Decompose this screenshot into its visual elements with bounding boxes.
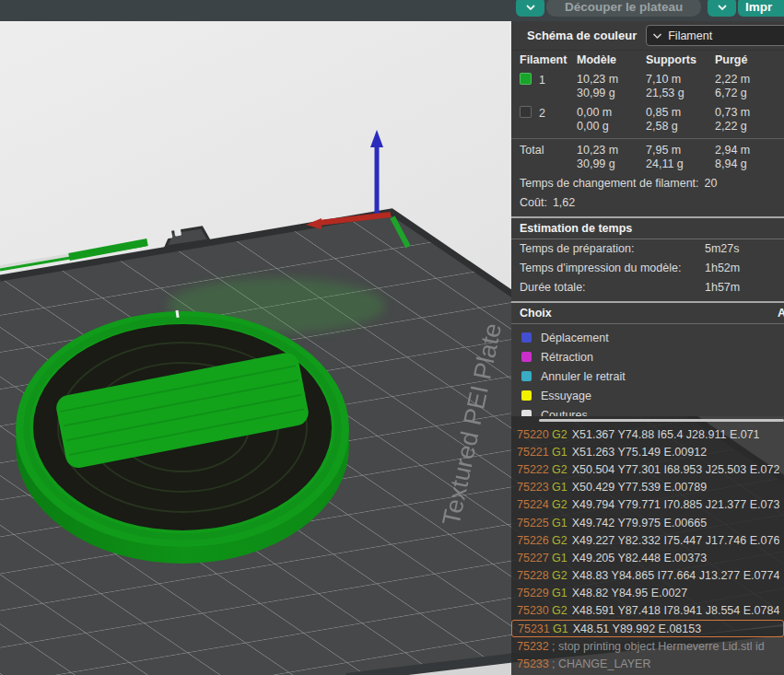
filament-total-row: Total 10,23 m30,99 g 7,95 m24,11 g 2,94 …	[511, 141, 784, 174]
gcode-line[interactable]: 75230G2X48.591 Y87.418 I78.941 J8.554 E.…	[511, 602, 784, 620]
col-header-model: Modèle	[577, 51, 646, 70]
model-print-time-value: 1h52m	[705, 261, 740, 276]
filament-color-swatch	[520, 106, 532, 118]
legend-label: Essuyage	[541, 390, 591, 402]
gcode-viewer: 75220G2X51.367 Y74.88 I65.4 J28.911 E.07…	[511, 416, 784, 675]
legend-label: Rétraction	[541, 351, 593, 364]
panel-title: Schéma de couleur	[527, 29, 637, 42]
gcode-line[interactable]: 75227G1X49.205 Y82.448 E.00373	[511, 549, 784, 566]
total-duration-label: Durée totale:	[520, 280, 586, 296]
filament-changes-row: Temps de changement de filament: 20	[511, 174, 784, 193]
col-header-purged: Purgé	[715, 51, 784, 70]
gcode-line[interactable]: 75223G1X50.429 Y77.539 E.00789	[511, 479, 784, 496]
gcode-line[interactable]: 75224G2X49.794 Y79.771 I70.885 J21.377 E…	[511, 496, 784, 514]
options-legend: Déplacement Rétraction Annuler le retrai…	[511, 324, 784, 416]
gcode-line[interactable]: 75229G1X48.82 Y84.95 E.0027	[511, 585, 784, 602]
cost-row: Coût: 1,62	[511, 193, 784, 213]
gcode-line[interactable]: 75221G1X51.263 Y75.149 E.00912	[511, 443, 784, 460]
table-cell: 0,00 m0,00 g	[577, 103, 646, 136]
legend-item-seams[interactable]: Coutures	[511, 405, 784, 416]
gcode-line[interactable]: 75233; CHANGE_LAYER	[511, 655, 784, 672]
filament-usage-table: Filament Modèle Supports Purgé 1 10,23 m…	[511, 51, 784, 136]
gcode-line[interactable]: 75220G2X51.367 Y74.88 I65.4 J28.911 E.07…	[511, 425, 784, 443]
model-print-time-row: Temps d'impression du modèle: 1h52m	[511, 259, 784, 278]
table-cell: 0,73 m2,22 g	[715, 103, 784, 136]
gcode-line-selected[interactable]: 75231G1X48.51 Y89.992 E.08153	[511, 620, 784, 637]
gcode-line[interactable]: 75226G2X49.227 Y82.332 I75.447 J17.746 E…	[511, 531, 784, 549]
chevron-down-icon	[717, 4, 728, 11]
slice-options-dropdown-button[interactable]	[516, 0, 544, 17]
table-cell: 2,94 m8,94 g	[715, 141, 784, 174]
legend-item-retraction[interactable]: Rétraction	[511, 347, 784, 367]
retraction-color-swatch	[521, 352, 532, 362]
gcode-line[interactable]: 75222G2X50.504 Y77.301 I68.953 J25.503 E…	[511, 460, 784, 478]
prep-time-row: Temps de préparation: 5m27s	[511, 239, 784, 259]
gcode-line[interactable]: 75232; stop printing object Hermeverre L…	[511, 637, 784, 655]
table-cell: 2,22 m6,72 g	[715, 70, 784, 103]
print-plate-button[interactable]: Impr	[738, 0, 784, 17]
filament-color-swatch	[520, 73, 532, 85]
gcode-line[interactable]: 75228G2X48.83 Y84.865 I77.664 J13.277 E.…	[511, 567, 784, 585]
filament-row-id: 2	[520, 103, 577, 136]
legend-label: Annuler le retrait	[541, 370, 626, 383]
table-cell: 10,23 m30,99 g	[577, 141, 646, 174]
total-label: Total	[520, 141, 577, 174]
model-print-time-label: Temps d'impression du modèle:	[520, 261, 681, 276]
gcode-line[interactable]: 75225G1X49.742 Y79.975 E.00665	[511, 514, 784, 531]
travel-color-swatch	[521, 332, 532, 343]
filament-changes-value: 20	[705, 176, 718, 192]
divider	[511, 138, 784, 139]
cost-value: 1,62	[553, 195, 575, 211]
seams-color-swatch	[521, 410, 532, 416]
table-cell: 0,85 m2,58 g	[646, 103, 715, 136]
print-options-dropdown-button[interactable]	[708, 0, 736, 17]
gcode-scrollbar[interactable]	[539, 419, 784, 422]
options-right-header-partial: A	[778, 307, 784, 320]
col-header-supports: Supports	[646, 51, 715, 70]
filament-row-id: 1	[520, 70, 577, 103]
legend-label: Coutures	[541, 409, 588, 417]
table-cell: 10,23 m30,99 g	[577, 70, 646, 103]
prep-time-value: 5m27s	[705, 241, 740, 257]
wipe-color-swatch	[521, 390, 532, 401]
legend-label: Déplacement	[541, 332, 609, 344]
slice-plate-button[interactable]: Découper le plateau	[546, 0, 701, 17]
col-header-filament: Filament	[520, 51, 577, 70]
time-estimate-header: Estimation de temps	[511, 216, 784, 239]
slicer-window: Textured PEI Plate	[0, 0, 784, 675]
view-type-value: Filament	[668, 29, 712, 42]
legend-item-travel[interactable]: Déplacement	[511, 328, 784, 347]
total-duration-row: Durée totale: 1h57m	[511, 278, 784, 297]
top-toolbar: Découper le plateau Impr	[0, 0, 784, 21]
legend-item-wipe[interactable]: Essuyage	[511, 386, 784, 405]
prep-time-label: Temps de préparation:	[520, 241, 634, 257]
unretraction-color-swatch	[521, 371, 532, 381]
options-header: Choix A	[511, 301, 784, 324]
chevron-down-icon	[525, 4, 536, 11]
view-type-dropdown[interactable]: Filament	[646, 25, 784, 46]
total-duration-value: 1h57m	[705, 280, 740, 296]
table-cell: 7,10 m21,53 g	[646, 70, 715, 103]
color-scheme-panel: Schéma de couleur Filament Filament Modè…	[511, 21, 784, 416]
panel-header: Schéma de couleur Filament	[511, 21, 784, 51]
table-cell: 7,95 m24,11 g	[646, 141, 715, 174]
cost-label: Coût:	[520, 195, 547, 211]
chevron-down-icon	[652, 32, 662, 40]
legend-item-unretraction[interactable]: Annuler le retrait	[511, 367, 784, 386]
filament-changes-label: Temps de changement de filament:	[520, 176, 699, 192]
